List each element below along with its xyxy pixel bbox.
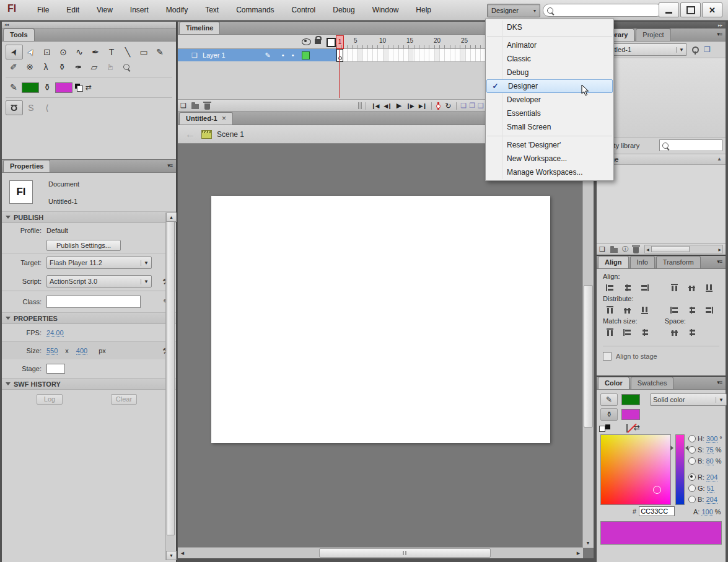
- align-to-stage-checkbox[interactable]: [603, 352, 612, 361]
- step-forward-button[interactable]: ❙▶: [406, 103, 413, 109]
- match-height-button[interactable]: [620, 327, 634, 338]
- section-swf-history[interactable]: SWF HISTORY: [2, 378, 176, 390]
- no-color-icon[interactable]: [626, 424, 628, 432]
- subselection-tool[interactable]: ➤: [23, 45, 39, 59]
- layer-row[interactable]: ❏ Layer 1 ✎ • •: [178, 49, 336, 61]
- tab-info[interactable]: Info: [630, 256, 655, 268]
- tab-properties[interactable]: Properties: [3, 160, 50, 172]
- go-to-first-frame-button[interactable]: ❙◀: [371, 103, 379, 109]
- layer-name[interactable]: Layer 1: [203, 51, 226, 59]
- stroke-color-pencil-icon[interactable]: ✎: [600, 393, 618, 406]
- menu-help[interactable]: Help: [407, 0, 440, 20]
- menu-item-debug[interactable]: Debug: [486, 66, 613, 79]
- menu-item-developer[interactable]: Developer: [486, 93, 613, 107]
- stage-horizontal-scrollbar[interactable]: ◀ ▶: [178, 547, 583, 558]
- menu-modify[interactable]: Modify: [157, 0, 196, 20]
- library-search-input[interactable]: [672, 141, 728, 150]
- distribute-vertical-center-button[interactable]: [620, 304, 634, 315]
- scroll-up-arrow[interactable]: ▲: [166, 213, 177, 222]
- scroll-thumb[interactable]: [319, 548, 491, 558]
- h-radio[interactable]: [688, 435, 696, 442]
- fill-color-swatch[interactable]: [55, 82, 72, 93]
- menu-file[interactable]: File: [29, 0, 58, 20]
- delete-layer-button[interactable]: [204, 103, 210, 110]
- menu-item-manage-workspaces[interactable]: Manage Workspaces...: [486, 165, 613, 179]
- saturation-brightness-picker[interactable]: [600, 434, 671, 505]
- color-slider[interactable]: [675, 434, 685, 505]
- rectangle-tool[interactable]: ▭: [136, 45, 152, 59]
- library-horizontal-scrollbar[interactable]: ◀ ▶: [644, 245, 723, 253]
- selection-tool[interactable]: ➤: [6, 45, 23, 59]
- tab-color[interactable]: Color: [598, 377, 629, 389]
- tab-tools[interactable]: Tools: [3, 29, 35, 41]
- maximize-button[interactable]: [680, 2, 701, 17]
- text-tool[interactable]: T: [103, 45, 120, 59]
- spray-brush-tool[interactable]: ※: [22, 60, 38, 74]
- free-transform-tool[interactable]: ⊡: [39, 45, 55, 59]
- r-radio[interactable]: [688, 473, 696, 481]
- publish-settings-button[interactable]: Publish Settings...: [46, 240, 121, 251]
- hand-tool[interactable]: ☞: [102, 60, 118, 74]
- stage-canvas[interactable]: [211, 196, 550, 443]
- new-layer-button[interactable]: ❏: [180, 102, 186, 110]
- onion-skin-button[interactable]: ❏: [460, 102, 467, 110]
- menu-item-small-screen[interactable]: Small Screen: [486, 120, 613, 134]
- close-button[interactable]: ✕: [702, 2, 722, 17]
- menu-commands[interactable]: Commands: [227, 0, 283, 20]
- edit-multiple-frames-button[interactable]: ❑: [478, 102, 484, 110]
- minimize-button[interactable]: [659, 2, 679, 17]
- layer-lock-dot[interactable]: •: [292, 51, 294, 59]
- play-button[interactable]: ▶: [397, 102, 401, 110]
- menu-insert[interactable]: Insert: [121, 0, 157, 20]
- menu-item-animator[interactable]: Animator: [486, 38, 613, 52]
- smooth-option[interactable]: S: [23, 101, 39, 115]
- lasso-tool[interactable]: ∿: [71, 45, 87, 59]
- stroke-color-swatch[interactable]: [22, 82, 39, 93]
- dock-collapse-strip[interactable]: ▸▸: [597, 22, 726, 29]
- align-right-edge-button[interactable]: [638, 282, 651, 293]
- match-width-and-height-button[interactable]: [638, 327, 651, 338]
- scroll-down-arrow[interactable]: ▼: [166, 551, 177, 560]
- target-select[interactable]: Flash Player 11.2 ▼: [46, 257, 152, 269]
- scroll-thumb[interactable]: [584, 285, 593, 428]
- scene-breadcrumb[interactable]: Scene 1: [217, 130, 244, 139]
- align-top-edge-button[interactable]: [667, 282, 681, 293]
- lock-layers-icon[interactable]: [315, 37, 321, 44]
- scroll-right-arrow[interactable]: ▶: [718, 247, 721, 252]
- alpha-value[interactable]: 100: [701, 508, 713, 516]
- g-radio[interactable]: [688, 485, 696, 492]
- tab-transform[interactable]: Transform: [656, 256, 701, 268]
- new-symbol-button[interactable]: ❏: [599, 245, 605, 253]
- pencil-tool[interactable]: ✎: [152, 45, 168, 59]
- eraser-tool[interactable]: ▱: [86, 60, 102, 74]
- tab-timeline[interactable]: Timeline: [179, 22, 220, 34]
- step-back-button[interactable]: ◀❙: [384, 103, 391, 109]
- scroll-left-arrow[interactable]: ◀: [178, 551, 187, 556]
- menu-control[interactable]: Control: [283, 0, 325, 20]
- stroke-color-swatch[interactable]: [621, 394, 640, 405]
- distribute-top-edge-button[interactable]: [603, 304, 616, 315]
- properties-scrollbar[interactable]: ▲ ▼: [165, 213, 175, 560]
- scroll-thumb[interactable]: [651, 246, 690, 252]
- new-folder-button[interactable]: [191, 104, 199, 109]
- layer-visible-dot[interactable]: •: [282, 51, 284, 59]
- menu-item-designer[interactable]: ✓Designer: [486, 79, 613, 93]
- clear-button[interactable]: Clear: [111, 394, 137, 405]
- menu-edit[interactable]: Edit: [58, 0, 88, 20]
- menu-view[interactable]: View: [88, 0, 121, 20]
- swap-colors-icon[interactable]: ⇄: [634, 423, 640, 432]
- s-value[interactable]: 75: [706, 446, 713, 454]
- fill-color-bucket-icon[interactable]: ⚱: [600, 408, 618, 421]
- b2-radio[interactable]: [688, 496, 696, 503]
- align-horizontal-center-button[interactable]: [620, 282, 634, 293]
- space-evenly-horizontally-button[interactable]: [685, 327, 698, 338]
- eyedropper-tool[interactable]: ✒: [70, 60, 86, 74]
- b2-value[interactable]: 204: [706, 496, 717, 504]
- panel-menu-icon[interactable]: ▾≡: [717, 258, 722, 265]
- line-tool[interactable]: ╲: [120, 45, 136, 59]
- back-arrow-icon[interactable]: ←: [185, 129, 195, 140]
- hex-input[interactable]: [639, 506, 675, 516]
- item-properties-button[interactable]: ⓘ: [622, 245, 628, 253]
- loop-button[interactable]: ↻: [445, 102, 451, 110]
- h-value[interactable]: 300: [706, 435, 717, 443]
